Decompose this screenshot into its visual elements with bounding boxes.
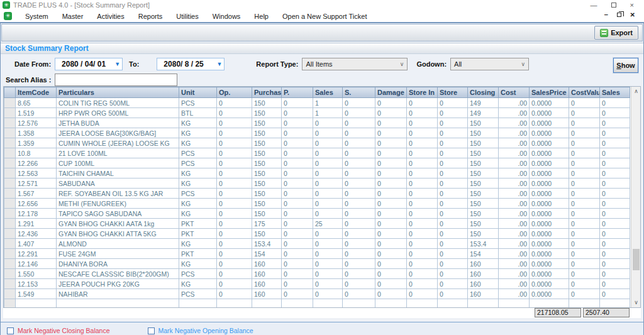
cell[interactable] [499, 299, 530, 309]
cell[interactable]: 12.153 [16, 279, 57, 289]
cell[interactable]: 12.436 [16, 229, 57, 239]
cell[interactable]: 0 [407, 259, 438, 269]
cell[interactable]: FUSE 24GM [57, 249, 179, 259]
cell[interactable]: 0 [217, 189, 252, 199]
cell[interactable]: 1 [313, 108, 343, 118]
row-indicator[interactable] [4, 219, 16, 229]
cell[interactable]: 0 [600, 138, 630, 148]
cell[interactable]: .00 [499, 168, 530, 178]
cell[interactable]: 0 [407, 279, 438, 289]
cell[interactable]: 0 [313, 178, 343, 189]
row-indicator[interactable] [4, 168, 16, 178]
cell[interactable]: 0 [407, 219, 438, 229]
cell[interactable]: .00 [499, 239, 530, 249]
cell[interactable]: 0 [313, 249, 343, 259]
cell[interactable]: 0.0000 [530, 158, 569, 168]
cell[interactable]: 0 [217, 219, 252, 229]
mark-negative-opening-group[interactable]: Mark Negative Opening Balance [148, 327, 253, 334]
cell[interactable]: 0 [282, 148, 313, 158]
column-header[interactable]: Closing [468, 87, 499, 98]
cell[interactable]: .00 [499, 279, 530, 289]
cell[interactable]: .00 [499, 219, 530, 229]
cell[interactable]: 0 [600, 178, 630, 189]
cell[interactable]: 150 [252, 148, 282, 158]
row-indicator[interactable] [4, 279, 16, 289]
cell[interactable]: 0 [600, 249, 630, 259]
cell[interactable]: .00 [499, 269, 530, 279]
cell[interactable]: 0 [569, 108, 600, 118]
cell[interactable]: JETHA BUDA [57, 118, 179, 128]
cell[interactable]: 0 [407, 148, 438, 158]
cell[interactable]: KG [179, 239, 217, 249]
cell[interactable]: PKT [179, 219, 217, 229]
row-indicator[interactable] [4, 138, 16, 148]
cell[interactable]: 0 [282, 199, 313, 209]
table-row[interactable]: 1.407ALMONDKG0153.4000000153.4.000.00000… [4, 239, 630, 249]
opening-balance-checkbox[interactable] [148, 327, 155, 334]
date-to-dropdown-icon[interactable]: ▼ [216, 61, 222, 67]
cell[interactable]: 0 [407, 249, 438, 259]
column-header[interactable]: S. [343, 87, 375, 98]
cell[interactable]: 160 [252, 289, 282, 299]
cell[interactable]: 154 [468, 249, 499, 259]
cell[interactable]: 0 [600, 148, 630, 158]
table-row[interactable]: 1.550NESCAFE CLASSSIC BIB(2*200GM)PCS016… [4, 269, 630, 279]
cell[interactable]: 0 [282, 219, 313, 229]
cell[interactable]: 0 [217, 289, 252, 299]
cell[interactable]: 0 [282, 168, 313, 178]
cell[interactable]: 0.0000 [530, 249, 569, 259]
cell[interactable]: 12.178 [16, 209, 57, 219]
row-indicator[interactable] [4, 118, 16, 128]
cell[interactable]: 1.549 [16, 289, 57, 299]
cell[interactable]: 150 [252, 138, 282, 148]
cell[interactable]: 0 [375, 209, 407, 219]
cell[interactable]: 12.266 [16, 158, 57, 168]
cell[interactable]: GYAN BHOG CHAKKI AATA 1kg [57, 219, 179, 229]
cell[interactable]: 0 [343, 269, 375, 279]
cell[interactable]: .00 [499, 108, 530, 118]
cell[interactable]: 0.0000 [530, 178, 569, 189]
column-header[interactable]: Purchase [252, 87, 282, 98]
cell[interactable]: 150 [252, 229, 282, 239]
column-header[interactable]: Cost [499, 87, 530, 98]
cell[interactable]: 0 [600, 289, 630, 299]
cell[interactable]: COLIN TIG REG 500ML [57, 98, 179, 108]
cell[interactable]: 160 [468, 289, 499, 299]
cell[interactable]: 0 [569, 249, 600, 259]
cell[interactable]: 0 [313, 118, 343, 128]
cell[interactable]: 12.146 [16, 259, 57, 269]
cell[interactable]: 0 [375, 219, 407, 229]
cell[interactable]: 0.0000 [530, 148, 569, 158]
cell[interactable]: 150 [468, 229, 499, 239]
cell[interactable]: 0 [313, 128, 343, 138]
cell[interactable]: 150 [468, 158, 499, 168]
cell[interactable]: 0 [217, 249, 252, 259]
cell[interactable]: 0 [313, 259, 343, 269]
date-from-field[interactable]: 2080 / 04/ 01 ▼ [55, 58, 123, 70]
cell[interactable] [600, 299, 630, 309]
cell[interactable]: 1.358 [16, 128, 57, 138]
cell[interactable]: .00 [499, 128, 530, 138]
cell[interactable]: 154 [252, 249, 282, 259]
cell[interactable] [16, 299, 57, 309]
cell[interactable]: PCS [179, 289, 217, 299]
cell[interactable]: 0 [438, 229, 468, 239]
cell[interactable] [407, 299, 438, 309]
cell[interactable]: 0 [217, 148, 252, 158]
column-header[interactable]: Damage [375, 87, 407, 98]
cell[interactable]: 0 [375, 98, 407, 108]
cell[interactable]: 0 [217, 199, 252, 209]
column-header[interactable]: Store [438, 87, 468, 98]
cell[interactable]: 0 [375, 239, 407, 249]
cell[interactable]: 0 [217, 98, 252, 108]
cell[interactable]: .00 [499, 189, 530, 199]
search-alias-input[interactable] [55, 74, 177, 86]
cell[interactable]: 160 [468, 279, 499, 289]
cell[interactable]: 0.0000 [530, 168, 569, 178]
cell[interactable]: 0 [313, 158, 343, 168]
cell[interactable] [530, 299, 569, 309]
cell[interactable]: 0 [600, 189, 630, 199]
cell[interactable]: PKT [179, 249, 217, 259]
cell[interactable]: 0 [600, 98, 630, 108]
column-header[interactable]: Sales [313, 87, 343, 98]
